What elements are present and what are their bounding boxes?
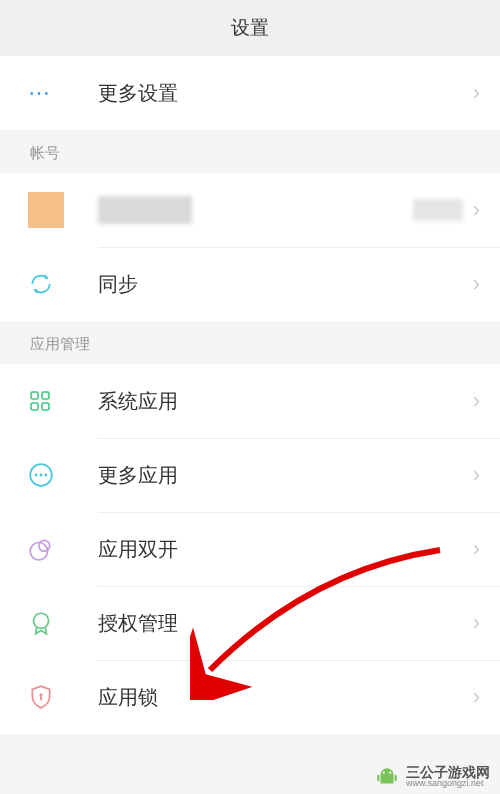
watermark: 三公子游戏网 www.sangongzi.net — [374, 765, 490, 788]
watermark-url: www.sangongzi.net — [406, 779, 490, 788]
shield-lock-icon — [28, 684, 72, 710]
row-label: 更多设置 — [98, 80, 473, 107]
chevron-right-icon: › — [473, 536, 480, 562]
account-name-redacted — [98, 196, 413, 224]
row-dual-apps[interactable]: 应用双开 › — [0, 512, 500, 586]
svg-rect-3 — [42, 403, 49, 410]
chevron-right-icon: › — [473, 684, 480, 710]
more-icon: ⋯ — [28, 80, 72, 106]
page-title-text: 设置 — [231, 15, 269, 41]
row-label: 应用锁 — [98, 684, 473, 711]
svg-point-10 — [33, 613, 48, 628]
row-more-apps[interactable]: 更多应用 › — [0, 438, 500, 512]
svg-rect-15 — [377, 774, 379, 781]
svg-rect-0 — [31, 392, 38, 399]
more-circle-icon — [28, 462, 72, 488]
svg-point-13 — [383, 771, 385, 773]
chevron-right-icon: › — [473, 80, 480, 106]
row-label: 更多应用 — [98, 462, 473, 489]
section-header-account: 帐号 — [0, 130, 500, 173]
chevron-right-icon: › — [473, 197, 480, 223]
row-account[interactable]: › — [0, 173, 500, 247]
avatar — [28, 192, 72, 228]
row-sync[interactable]: 同步 › — [0, 247, 500, 321]
badge-icon — [28, 610, 72, 636]
row-label: 授权管理 — [98, 610, 473, 637]
svg-rect-16 — [395, 774, 397, 781]
dual-circle-icon — [28, 536, 72, 562]
svg-point-5 — [35, 474, 38, 477]
svg-rect-1 — [42, 392, 49, 399]
row-permissions[interactable]: 授权管理 › — [0, 586, 500, 660]
svg-point-9 — [39, 540, 50, 551]
watermark-name: 三公子游戏网 — [406, 765, 490, 779]
chevron-right-icon: › — [473, 462, 480, 488]
account-status-redacted — [413, 199, 463, 221]
row-label: 同步 — [98, 271, 473, 298]
row-label: 系统应用 — [98, 388, 473, 415]
svg-point-6 — [40, 474, 43, 477]
row-system-apps[interactable]: 系统应用 › — [0, 364, 500, 438]
chevron-right-icon: › — [473, 610, 480, 636]
svg-point-7 — [44, 474, 47, 477]
chevron-right-icon: › — [473, 388, 480, 414]
page-title: 设置 — [0, 0, 500, 56]
svg-rect-12 — [40, 696, 42, 700]
grid-icon — [28, 389, 72, 413]
section-header-app-mgmt: 应用管理 — [0, 321, 500, 364]
android-icon — [374, 766, 400, 788]
row-app-lock[interactable]: 应用锁 › — [0, 660, 500, 734]
chevron-right-icon: › — [473, 271, 480, 297]
sync-icon — [28, 271, 72, 297]
svg-rect-2 — [31, 403, 38, 410]
svg-point-14 — [389, 771, 391, 773]
row-label: 应用双开 — [98, 536, 473, 563]
row-more-settings[interactable]: ⋯ 更多设置 › — [0, 56, 500, 130]
